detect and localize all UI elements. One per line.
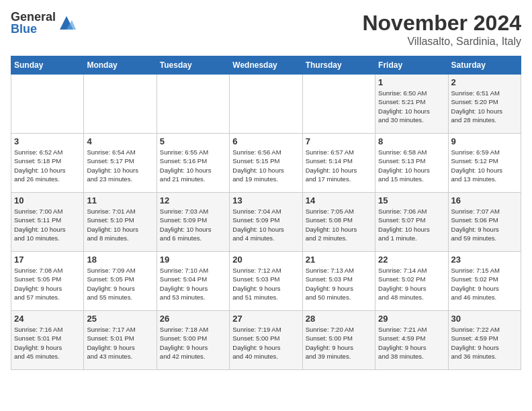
day-info: Sunrise: 7:18 AM Sunset: 5:00 PM Dayligh… (160, 325, 226, 361)
day-number: 21 (306, 255, 372, 265)
day-info: Sunrise: 6:57 AM Sunset: 5:14 PM Dayligh… (306, 148, 372, 183)
month-title: November 2024 (362, 11, 521, 36)
day-number: 16 (451, 195, 518, 205)
calendar-day-cell (302, 75, 375, 134)
calendar-day-cell: 2Sunrise: 6:51 AM Sunset: 5:20 PM Daylig… (448, 75, 521, 134)
calendar-day-cell: 24Sunrise: 7:16 AM Sunset: 5:01 PM Dayli… (11, 311, 84, 370)
day-info: Sunrise: 7:08 AM Sunset: 5:05 PM Dayligh… (14, 266, 81, 302)
weekday-header-row: SundayMondayTuesdayWednesdayThursdayFrid… (11, 56, 521, 75)
day-number: 15 (378, 195, 445, 205)
logo-blue: Blue (11, 23, 56, 35)
calendar-day-cell: 17Sunrise: 7:08 AM Sunset: 5:05 PM Dayli… (11, 252, 84, 311)
calendar-day-cell: 9Sunrise: 6:59 AM Sunset: 5:12 PM Daylig… (448, 134, 521, 193)
day-number: 3 (14, 136, 81, 146)
day-number: 22 (378, 255, 445, 265)
day-info: Sunrise: 7:05 AM Sunset: 5:08 PM Dayligh… (306, 207, 372, 242)
location-title: Villasalto, Sardinia, Italy (362, 36, 521, 48)
day-number: 17 (14, 255, 81, 265)
day-number: 9 (451, 136, 518, 146)
calendar-week-row: 10Sunrise: 7:00 AM Sunset: 5:11 PM Dayli… (11, 193, 521, 252)
weekday-header-cell: Friday (375, 56, 448, 75)
calendar-day-cell: 25Sunrise: 7:17 AM Sunset: 5:01 PM Dayli… (84, 311, 157, 370)
calendar-day-cell: 29Sunrise: 7:21 AM Sunset: 4:59 PM Dayli… (375, 311, 448, 370)
day-number: 10 (14, 195, 81, 205)
calendar-day-cell: 7Sunrise: 6:57 AM Sunset: 5:14 PM Daylig… (302, 134, 375, 193)
calendar-day-cell (157, 75, 229, 134)
day-info: Sunrise: 7:01 AM Sunset: 5:10 PM Dayligh… (87, 207, 153, 242)
day-info: Sunrise: 7:04 AM Sunset: 5:09 PM Dayligh… (232, 207, 299, 242)
calendar-day-cell: 4Sunrise: 6:54 AM Sunset: 5:17 PM Daylig… (84, 134, 157, 193)
weekday-header-cell: Wednesday (230, 56, 302, 75)
day-number: 29 (378, 314, 445, 324)
calendar-day-cell: 3Sunrise: 6:52 AM Sunset: 5:18 PM Daylig… (11, 134, 84, 193)
calendar-day-cell: 14Sunrise: 7:05 AM Sunset: 5:08 PM Dayli… (302, 193, 375, 252)
day-number: 23 (451, 255, 518, 265)
calendar-week-row: 24Sunrise: 7:16 AM Sunset: 5:01 PM Dayli… (11, 311, 521, 370)
day-number: 5 (160, 136, 226, 146)
day-info: Sunrise: 7:22 AM Sunset: 4:59 PM Dayligh… (451, 325, 518, 361)
day-info: Sunrise: 6:51 AM Sunset: 5:20 PM Dayligh… (451, 89, 518, 124)
day-number: 7 (306, 136, 372, 146)
calendar-table: SundayMondayTuesdayWednesdayThursdayFrid… (11, 56, 521, 370)
calendar-day-cell: 28Sunrise: 7:20 AM Sunset: 5:00 PM Dayli… (302, 311, 375, 370)
weekday-header-cell: Tuesday (157, 56, 229, 75)
weekday-header-cell: Saturday (448, 56, 521, 75)
day-number: 2 (451, 77, 518, 87)
calendar-day-cell: 18Sunrise: 7:09 AM Sunset: 5:05 PM Dayli… (84, 252, 157, 311)
day-info: Sunrise: 7:09 AM Sunset: 5:05 PM Dayligh… (87, 266, 153, 302)
day-info: Sunrise: 7:14 AM Sunset: 5:02 PM Dayligh… (378, 266, 445, 302)
calendar-day-cell: 5Sunrise: 6:55 AM Sunset: 5:16 PM Daylig… (157, 134, 229, 193)
day-info: Sunrise: 7:19 AM Sunset: 5:00 PM Dayligh… (232, 325, 299, 361)
day-number: 19 (160, 255, 226, 265)
logo-general: General (11, 11, 56, 23)
calendar-day-cell: 6Sunrise: 6:56 AM Sunset: 5:15 PM Daylig… (230, 134, 302, 193)
day-number: 25 (87, 314, 153, 324)
calendar-day-cell: 15Sunrise: 7:06 AM Sunset: 5:07 PM Dayli… (375, 193, 448, 252)
day-number: 12 (160, 195, 226, 205)
day-number: 4 (87, 136, 153, 146)
day-number: 27 (232, 314, 299, 324)
day-number: 30 (451, 314, 518, 324)
logo: General Blue (11, 11, 76, 35)
day-info: Sunrise: 6:54 AM Sunset: 5:17 PM Dayligh… (87, 148, 153, 183)
day-number: 26 (160, 314, 226, 324)
calendar-day-cell: 20Sunrise: 7:12 AM Sunset: 5:03 PM Dayli… (230, 252, 302, 311)
calendar-day-cell (11, 75, 84, 134)
day-info: Sunrise: 7:16 AM Sunset: 5:01 PM Dayligh… (14, 325, 81, 361)
day-info: Sunrise: 7:06 AM Sunset: 5:07 PM Dayligh… (378, 207, 445, 242)
day-number: 11 (87, 195, 153, 205)
day-number: 6 (232, 136, 299, 146)
day-info: Sunrise: 6:58 AM Sunset: 5:13 PM Dayligh… (378, 148, 445, 183)
calendar-day-cell: 10Sunrise: 7:00 AM Sunset: 5:11 PM Dayli… (11, 193, 84, 252)
calendar-day-cell: 27Sunrise: 7:19 AM Sunset: 5:00 PM Dayli… (230, 311, 302, 370)
day-info: Sunrise: 6:55 AM Sunset: 5:16 PM Dayligh… (160, 148, 226, 183)
day-number: 1 (378, 77, 445, 87)
day-info: Sunrise: 7:00 AM Sunset: 5:11 PM Dayligh… (14, 207, 81, 242)
day-number: 14 (306, 195, 372, 205)
calendar-day-cell: 19Sunrise: 7:10 AM Sunset: 5:04 PM Dayli… (157, 252, 229, 311)
calendar-day-cell: 1Sunrise: 6:50 AM Sunset: 5:21 PM Daylig… (375, 75, 448, 134)
calendar-day-cell: 12Sunrise: 7:03 AM Sunset: 5:09 PM Dayli… (157, 193, 229, 252)
day-info: Sunrise: 7:20 AM Sunset: 5:00 PM Dayligh… (306, 325, 372, 361)
day-info: Sunrise: 7:13 AM Sunset: 5:03 PM Dayligh… (306, 266, 372, 302)
calendar-day-cell: 30Sunrise: 7:22 AM Sunset: 4:59 PM Dayli… (448, 311, 521, 370)
day-number: 8 (378, 136, 445, 146)
day-number: 13 (232, 195, 299, 205)
day-info: Sunrise: 7:10 AM Sunset: 5:04 PM Dayligh… (160, 266, 226, 302)
calendar-week-row: 17Sunrise: 7:08 AM Sunset: 5:05 PM Dayli… (11, 252, 521, 311)
title-block: November 2024 Villasalto, Sardinia, Ital… (362, 11, 521, 48)
calendar-day-cell: 22Sunrise: 7:14 AM Sunset: 5:02 PM Dayli… (375, 252, 448, 311)
weekday-header-cell: Sunday (11, 56, 84, 75)
calendar-day-cell: 8Sunrise: 6:58 AM Sunset: 5:13 PM Daylig… (375, 134, 448, 193)
day-info: Sunrise: 6:52 AM Sunset: 5:18 PM Dayligh… (14, 148, 81, 183)
day-info: Sunrise: 7:12 AM Sunset: 5:03 PM Dayligh… (232, 266, 299, 302)
calendar-day-cell: 21Sunrise: 7:13 AM Sunset: 5:03 PM Dayli… (302, 252, 375, 311)
calendar-day-cell: 26Sunrise: 7:18 AM Sunset: 5:00 PM Dayli… (157, 311, 229, 370)
calendar-week-row: 3Sunrise: 6:52 AM Sunset: 5:18 PM Daylig… (11, 134, 521, 193)
calendar-day-cell (230, 75, 302, 134)
logo-icon (57, 13, 76, 32)
day-info: Sunrise: 7:03 AM Sunset: 5:09 PM Dayligh… (160, 207, 226, 242)
day-info: Sunrise: 6:56 AM Sunset: 5:15 PM Dayligh… (232, 148, 299, 183)
calendar-day-cell: 23Sunrise: 7:15 AM Sunset: 5:02 PM Dayli… (448, 252, 521, 311)
calendar-day-cell: 13Sunrise: 7:04 AM Sunset: 5:09 PM Dayli… (230, 193, 302, 252)
